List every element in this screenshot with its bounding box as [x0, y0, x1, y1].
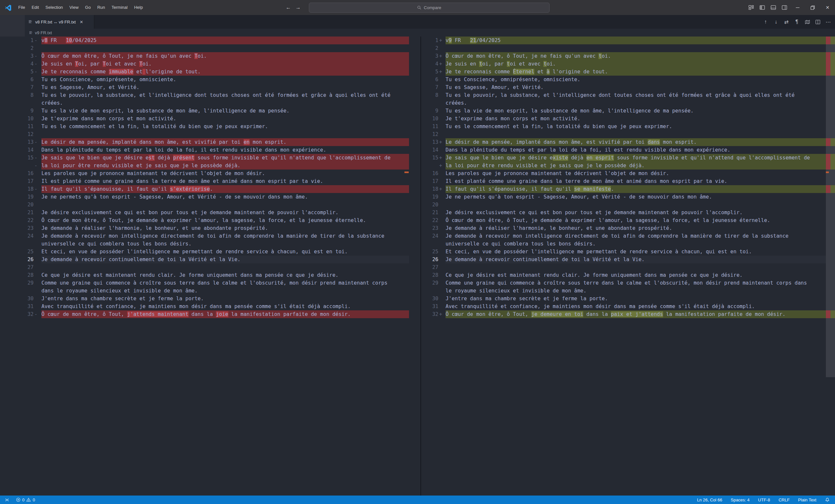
modified-line-7[interactable]: 7Tu es Sagesse, Amour, et Vérité.: [422, 83, 826, 91]
line-number[interactable]: 10: [25, 115, 34, 123]
line-number[interactable]: [25, 287, 34, 295]
menu-edit[interactable]: Edit: [28, 0, 42, 15]
more-actions-icon[interactable]: ⋯: [824, 17, 832, 27]
line-number[interactable]: 18: [25, 185, 34, 193]
line-number[interactable]: 12: [25, 130, 34, 138]
modified-line-4[interactable]: 4+Je suis en toi, par toi et avec toi.: [422, 60, 826, 68]
line-number[interactable]: 22: [422, 216, 439, 224]
overview-diff-mark[interactable]: [826, 154, 835, 169]
line-number[interactable]: 4: [25, 60, 34, 68]
modified-line-wrap[interactable]: créées.: [422, 99, 826, 107]
original-line-29[interactable]: 29Comme une graine qui commence à croîtr…: [25, 279, 409, 287]
modified-line-32[interactable]: 32+Ô cœur de mon être, ô Tout, je demeur…: [422, 310, 826, 318]
modified-line-26[interactable]: 26Je demande à recevoir continuellement …: [422, 256, 826, 264]
line-number[interactable]: [422, 287, 439, 295]
line-number[interactable]: [422, 240, 439, 248]
modified-line-15[interactable]: 15+Je sais que le bien que je désire exi…: [422, 154, 826, 162]
line-number[interactable]: [422, 162, 439, 169]
original-line-20[interactable]: 20: [25, 201, 409, 209]
original-line-31[interactable]: 31Avec tranquillité et confiance, je mai…: [25, 302, 409, 310]
menu-help[interactable]: Help: [131, 0, 146, 15]
original-line-7[interactable]: 7Tu es Sagesse, Amour, et Vérité.: [25, 83, 409, 91]
original-line-8[interactable]: 8Tu es le pouvoir, la substance, et l'in…: [25, 91, 409, 99]
line-number[interactable]: 30: [422, 295, 439, 302]
line-number[interactable]: 3: [422, 52, 439, 60]
modified-line-27[interactable]: 27: [422, 264, 826, 271]
modified-line-19[interactable]: 19Je ne permets qu'à ton esprit - Sagess…: [422, 193, 826, 201]
line-number[interactable]: 16: [422, 169, 439, 177]
line-number[interactable]: 29: [25, 279, 34, 287]
modified-line-24[interactable]: 24Je demande à recevoir mon intelligence…: [422, 232, 826, 240]
customize-layout-icon[interactable]: [746, 0, 757, 15]
line-number[interactable]: 15: [25, 154, 34, 162]
menu-selection[interactable]: Selection: [42, 0, 66, 15]
original-line-15[interactable]: 15-Je sais que le bien que je désire est…: [25, 154, 409, 162]
modified-line-wrap[interactable]: +la loi pour être rendu visible et je sa…: [422, 162, 826, 169]
problems-indicator[interactable]: 0 0: [14, 498, 37, 502]
modified-line-9[interactable]: 9Tu es la vie de mon esprit, la substanc…: [422, 107, 826, 115]
line-number[interactable]: [25, 162, 34, 169]
language-mode[interactable]: Plain Text: [798, 498, 816, 502]
restore-button[interactable]: [805, 0, 820, 15]
overview-ruler[interactable]: [826, 37, 835, 496]
line-number[interactable]: 13: [422, 138, 439, 146]
overview-diff-mark[interactable]: [826, 310, 835, 318]
line-number[interactable]: 16: [25, 169, 34, 177]
diff-sash[interactable]: [421, 37, 421, 496]
original-line-12[interactable]: 12: [25, 130, 409, 138]
line-number[interactable]: 20: [25, 201, 34, 209]
line-number[interactable]: 31: [25, 302, 34, 310]
original-line-11[interactable]: 11Tu es le commencement et la fin, la to…: [25, 123, 409, 130]
scrollbar-slider[interactable]: [826, 37, 835, 377]
tab-diff-v8-v9[interactable]: v8 FR.txt ↔ v9 FR.txt ✕: [25, 15, 94, 29]
original-line-14[interactable]: 14Dans la plénitude du temps et par la l…: [25, 146, 409, 154]
modified-line-21[interactable]: 21Je désire exclusivement ce qui est bon…: [422, 209, 826, 216]
modified-line-20[interactable]: 20: [422, 201, 826, 209]
original-line-32[interactable]: 32-Ô cœur de mon être, ô Tout, j'attends…: [25, 310, 409, 318]
line-number[interactable]: 28: [25, 271, 34, 279]
overview-diff-mark[interactable]: [826, 185, 835, 193]
forward-icon[interactable]: →: [296, 4, 301, 10]
original-line-19[interactable]: 19Je ne permets qu'à ton esprit - Sagess…: [25, 193, 409, 201]
line-number[interactable]: 9: [422, 107, 439, 115]
menu-terminal[interactable]: Terminal: [108, 0, 131, 15]
line-number[interactable]: 13: [25, 138, 34, 146]
original-line-25[interactable]: 25Et ceci, en vue de posséder l'intellig…: [25, 248, 409, 256]
modified-line-17[interactable]: 17Il est planté comme une graine dans la…: [422, 177, 826, 185]
eol-sequence[interactable]: CRLF: [778, 498, 790, 502]
line-number[interactable]: [422, 99, 439, 107]
line-number[interactable]: 6: [422, 76, 439, 83]
line-number[interactable]: 7: [25, 83, 34, 91]
modified-line-wrap[interactable]: le royaume silencieux et invisible de mo…: [422, 287, 826, 295]
original-line-30[interactable]: 30J'entre dans ma chambre secrète et je …: [25, 295, 409, 302]
line-number[interactable]: 20: [422, 201, 439, 209]
notifications-bell-icon[interactable]: [825, 498, 830, 502]
map-icon[interactable]: [803, 17, 812, 27]
menu-go[interactable]: Go: [82, 0, 94, 15]
line-number[interactable]: 31: [422, 302, 439, 310]
modified-line-8[interactable]: 8Tu es le pouvoir, la substance, et l'in…: [422, 91, 826, 99]
original-line-wrap[interactable]: dans le royaume silencieux et invisible …: [25, 287, 409, 295]
modified-line-3[interactable]: 3+Ô cœur de mon être, ô Tout, je ne fais…: [422, 52, 826, 60]
line-number[interactable]: 27: [422, 264, 439, 271]
line-number[interactable]: 10: [422, 115, 439, 123]
swap-sides-icon[interactable]: ⇄: [782, 17, 791, 27]
original-line-9[interactable]: 9Tu es la vie de mon esprit, la substanc…: [25, 107, 409, 115]
original-line-1[interactable]: 1-v8 FR 10/04/2025: [25, 37, 409, 44]
line-number[interactable]: 2: [25, 44, 34, 52]
split-editor-icon[interactable]: [813, 17, 822, 27]
close-tab-icon[interactable]: ✕: [80, 20, 83, 24]
modified-line-10[interactable]: 10Je t'exprime dans mon corps et mon act…: [422, 115, 826, 123]
line-number[interactable]: 26: [25, 256, 34, 264]
line-number[interactable]: 32: [25, 310, 34, 318]
original-line-24[interactable]: 24Je demande à recevoir mon intelligence…: [25, 232, 409, 240]
menu-view[interactable]: View: [66, 0, 82, 15]
line-number[interactable]: 26: [422, 256, 439, 264]
original-line-4[interactable]: 4-Je suis en Toi, par Toi et avec Toi.: [25, 60, 409, 68]
command-center[interactable]: Compare: [309, 3, 550, 13]
close-window-button[interactable]: ✕: [820, 0, 835, 15]
original-line-26[interactable]: 26Je demande à recevoir continuellement …: [25, 256, 409, 264]
toggle-panel-icon[interactable]: [768, 0, 779, 15]
original-line-18[interactable]: 18-Il faut qu'il s'épanouisse, il faut q…: [25, 185, 409, 193]
modified-line-16[interactable]: 16Les paroles que je prononce maintenant…: [422, 169, 826, 177]
